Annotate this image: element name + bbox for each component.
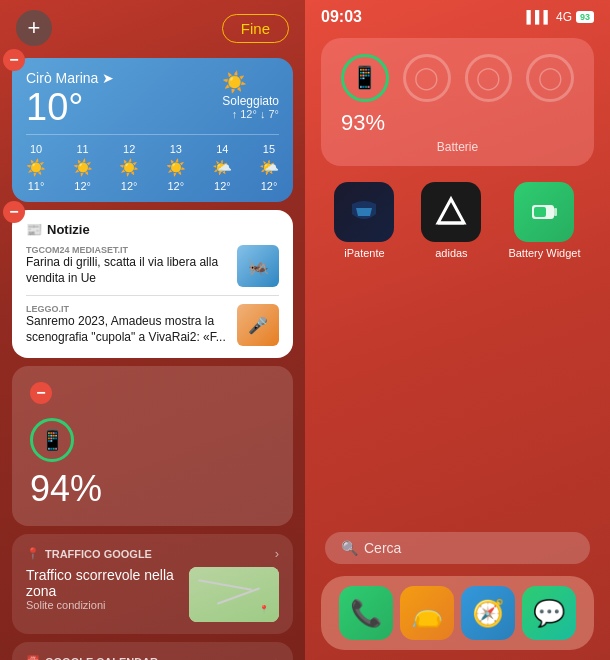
dock-safari-icon[interactable]: 🧭: [461, 586, 515, 640]
svg-marker-0: [438, 199, 464, 223]
dock-whatsapp-icon[interactable]: 💬: [522, 586, 576, 640]
remove-battery-button[interactable]: −: [30, 382, 52, 404]
battery-small-widget: − 📱 94%: [12, 366, 293, 526]
status-icons: ▌▌▌ 4G 93: [526, 10, 594, 24]
svg-rect-3: [554, 208, 557, 216]
news-thumb-2: 🎤: [237, 304, 279, 346]
add-widget-button[interactable]: +: [16, 10, 52, 46]
traffic-sub: Solite condizioni: [26, 599, 179, 611]
forecast-day-2: 11 ☀️ 12°: [73, 143, 93, 192]
weather-condition-icon: ☀️: [222, 70, 279, 94]
forecast-day-5: 14 🌤️ 12°: [212, 143, 232, 192]
news-item-1[interactable]: TGCom24 MediaSet.it Farina di grilli, sc…: [26, 245, 279, 287]
weather-city: Cirò Marina ➤: [26, 70, 114, 86]
traffic-map: Cirò Marina 📍: [189, 567, 279, 622]
battery-widget-label: Batterie: [341, 140, 574, 154]
weather-top: Cirò Marina ➤ 10° ☀️ Soleggiato ↑ 12° ↓ …: [26, 70, 279, 126]
forecast-icon-1: ☀️: [26, 158, 46, 177]
fine-button[interactable]: Fine: [222, 14, 289, 43]
status-bar: 09:03 ▌▌▌ 4G 93: [305, 0, 610, 30]
forecast-icon-5: 🌤️: [212, 158, 232, 177]
adidas-icon[interactable]: [421, 182, 481, 242]
weather-left: Cirò Marina ➤ 10°: [26, 70, 114, 126]
news-icon: 📰: [26, 222, 42, 237]
status-battery: 93: [576, 11, 594, 23]
remove-weather-button[interactable]: −: [3, 49, 25, 71]
calendar-widget[interactable]: 📅 GOOGLE CALENDAR › 24 Nessun evento pro…: [12, 642, 293, 660]
search-bar[interactable]: 🔍 Cerca: [325, 532, 590, 564]
weather-right: ☀️ Soleggiato ↑ 12° ↓ 7°: [222, 70, 279, 120]
forecast-day-6: 15 🌤️ 12°: [259, 143, 279, 192]
adidas-label: adidas: [435, 247, 467, 259]
ipatente-icon[interactable]: [334, 182, 394, 242]
news-widget-title: 📰 Notizie: [26, 222, 279, 237]
weather-widget: − Cirò Marina ➤ 10° ☀️ Soleggiato ↑ 12° …: [12, 58, 293, 202]
search-label: Cerca: [364, 540, 401, 556]
weather-forecast: 10 ☀️ 11° 11 ☀️ 12° 12 ☀️ 12° 13 ☀️ 12° …: [26, 134, 279, 192]
news-thumb-1: 🦗: [237, 245, 279, 287]
news-text-1: TGCom24 MediaSet.it Farina di grilli, sc…: [26, 245, 229, 286]
news-text-2: Leggo.it Sanremo 2023, Amadeus mostra la…: [26, 304, 229, 345]
battery-percentage-large: 94%: [30, 468, 275, 510]
status-time: 09:03: [321, 8, 362, 26]
forecast-icon-2: ☀️: [73, 158, 93, 177]
battery-circle-icon: 📱: [30, 418, 74, 462]
forecast-icon-6: 🌤️: [259, 158, 279, 177]
news-headline-1: Farina di grilli, scatta il via libera a…: [26, 255, 229, 286]
traffic-chevron-icon: ›: [275, 546, 279, 561]
remove-news-button[interactable]: −: [3, 201, 25, 223]
app-ipatente[interactable]: iPatente: [334, 182, 394, 259]
battery-circle-3: ◯: [465, 54, 513, 102]
weather-description: Soleggiato ↑ 12° ↓ 7°: [222, 94, 279, 120]
calendar-title: 📅 GOOGLE CALENDAR: [26, 655, 158, 660]
forecast-icon-4: ☀️: [166, 158, 186, 177]
battery-circle-2: ◯: [403, 54, 451, 102]
news-item-2[interactable]: Leggo.it Sanremo 2023, Amadeus mostra la…: [26, 304, 279, 346]
right-panel: 09:03 ▌▌▌ 4G 93 📱 ◯ ◯ ◯ 93% Batterie: [305, 0, 610, 660]
forecast-day-1: 10 ☀️ 11°: [26, 143, 46, 192]
ipatente-label: iPatente: [344, 247, 384, 259]
app-icons-row: iPatente adidas Battery Widget: [305, 172, 610, 269]
battery-widget-icon[interactable]: [514, 182, 574, 242]
news-widget: − 📰 Notizie TGCom24 MediaSet.it Farina d…: [12, 210, 293, 358]
traffic-header: 📍 TRAFFICO GOOGLE ›: [26, 546, 279, 561]
forecast-day-3: 12 ☀️ 12°: [119, 143, 139, 192]
spacer: [305, 269, 610, 532]
traffic-icon: 📍: [26, 547, 40, 560]
weather-temperature: 10°: [26, 88, 114, 126]
traffic-widget[interactable]: 📍 TRAFFICO GOOGLE › Traffico scorrevole …: [12, 534, 293, 634]
dock: 📞 👝 🧭 💬: [321, 576, 594, 650]
battery-widget-app-label: Battery Widget: [508, 247, 580, 259]
app-battery-widget[interactable]: Battery Widget: [508, 182, 580, 259]
location-arrow-icon: ➤: [102, 70, 114, 86]
weather-minmax: ↑ 12° ↓ 7°: [222, 108, 279, 120]
battery-large-widget: 📱 ◯ ◯ ◯ 93% Batterie: [321, 38, 594, 166]
city-name: Cirò Marina: [26, 70, 98, 86]
battery-circles: 📱 ◯ ◯ ◯: [341, 54, 574, 102]
traffic-title: 📍 TRAFFICO GOOGLE: [26, 547, 152, 560]
traffic-condition: Traffico scorrevole nella zona: [26, 567, 179, 599]
app-adidas[interactable]: adidas: [421, 182, 481, 259]
battery-circle-4: ◯: [526, 54, 574, 102]
news-divider: [26, 295, 279, 296]
traffic-text: Traffico scorrevole nella zona Solite co…: [26, 567, 179, 622]
dock-wallet-icon[interactable]: 👝: [400, 586, 454, 640]
battery-circle-active: 📱: [341, 54, 389, 102]
traffic-content: Traffico scorrevole nella zona Solite co…: [26, 567, 279, 622]
dock-phone-icon[interactable]: 📞: [339, 586, 393, 640]
search-icon: 🔍: [341, 540, 358, 556]
battery-percentage: 93%: [341, 110, 574, 136]
network-type: 4G: [556, 10, 572, 24]
forecast-day-4: 13 ☀️ 12°: [166, 143, 186, 192]
calendar-icon: 📅: [26, 655, 40, 660]
svg-rect-4: [534, 207, 546, 217]
forecast-icon-3: ☀️: [119, 158, 139, 177]
news-source-1: TGCom24 MediaSet.it: [26, 245, 229, 255]
left-top-bar: + Fine: [0, 0, 305, 52]
news-source-2: Leggo.it: [26, 304, 229, 314]
signal-icon: ▌▌▌: [526, 10, 552, 24]
calendar-header: 📅 GOOGLE CALENDAR ›: [26, 654, 279, 660]
news-headline-2: Sanremo 2023, Amadeus mostra la scenogra…: [26, 314, 229, 345]
left-panel: + Fine − Cirò Marina ➤ 10° ☀️ Soleggiato…: [0, 0, 305, 660]
calendar-chevron-icon: ›: [275, 654, 279, 660]
